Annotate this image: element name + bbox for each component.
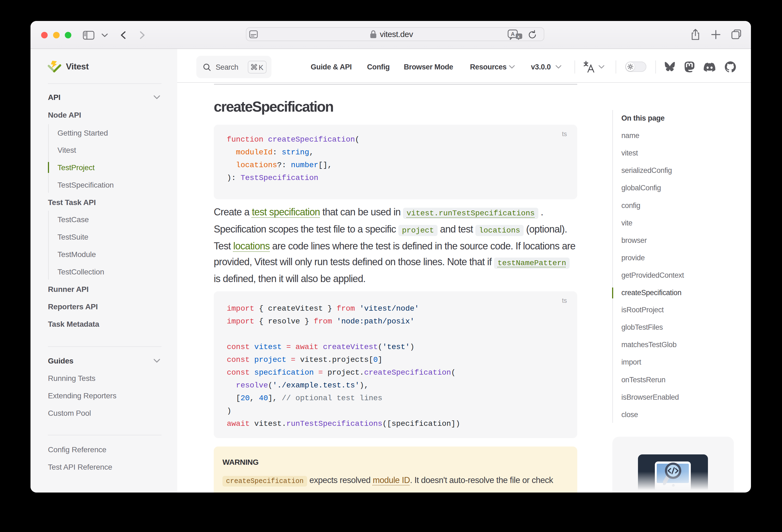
svg-text:x: x: [518, 34, 520, 39]
svg-text:A: A: [511, 31, 514, 37]
